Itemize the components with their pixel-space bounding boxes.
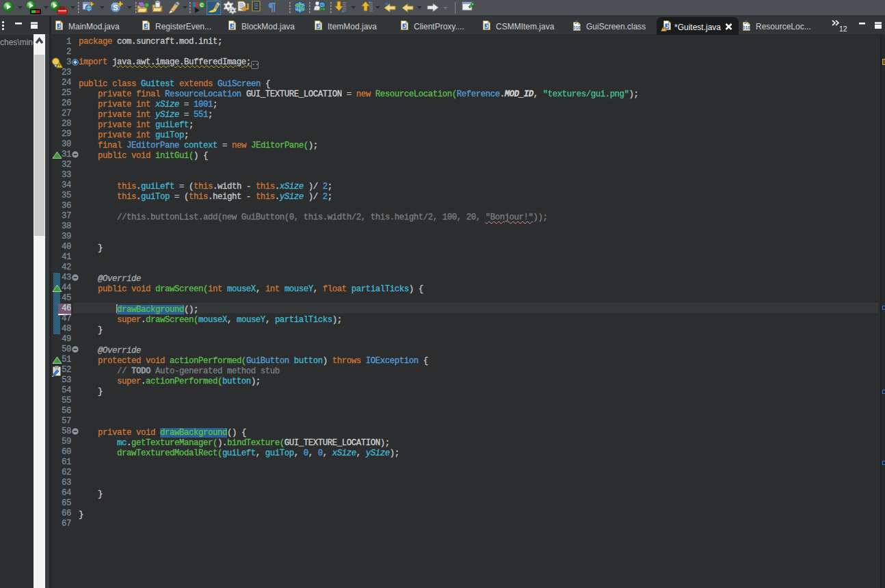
svg-text:12: 12: [839, 25, 847, 33]
svg-text:S: S: [113, 3, 118, 12]
svg-text:C: C: [200, 3, 203, 8]
